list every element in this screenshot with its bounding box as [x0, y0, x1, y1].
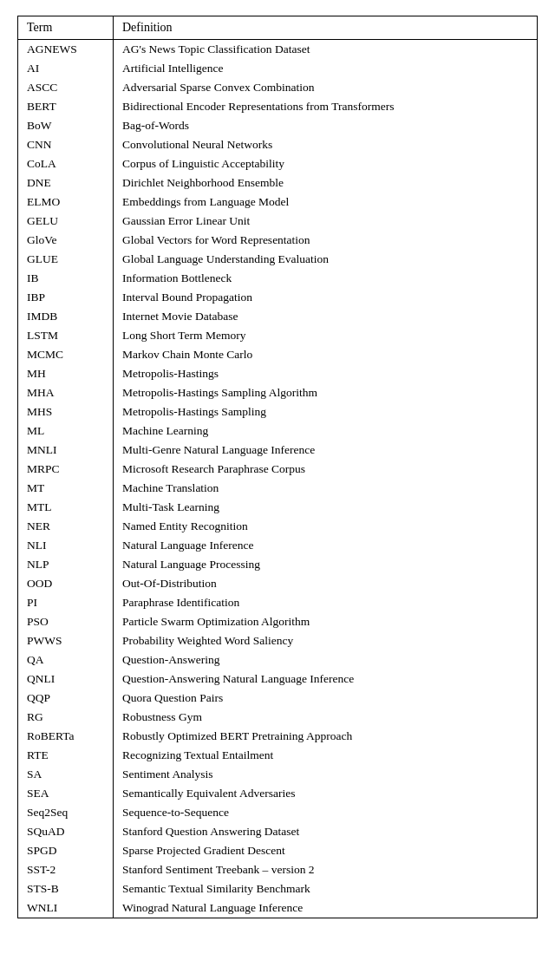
term-cell: NLP [18, 555, 114, 574]
definition-cell: Internet Movie Database [114, 307, 538, 326]
definition-cell: Gaussian Error Linear Unit [114, 212, 538, 231]
definition-cell: Recognizing Textual Entailment [114, 746, 538, 765]
term-cell: GELU [18, 212, 114, 231]
table-row: MCMCMarkov Chain Monte Carlo [18, 345, 538, 364]
table-row: PIParaphrase Identification [18, 593, 538, 612]
definition-cell: Question-Answering [114, 650, 538, 670]
term-cell: GloVe [18, 231, 114, 250]
term-column-header: Term [18, 16, 114, 40]
table-row: OODOut-Of-Distribution [18, 574, 538, 593]
term-cell: NLI [18, 536, 114, 555]
table-header-row: Term Definition [18, 16, 538, 40]
table-row: GLUEGlobal Language Understanding Evalua… [18, 250, 538, 269]
definition-cell: Robustness Gym [114, 708, 538, 727]
table-row: PWWSProbability Weighted Word Saliency [18, 631, 538, 650]
table-row: WNLIWinograd Natural Language Inference [18, 898, 538, 918]
definition-cell: Question-Answering Natural Language Infe… [114, 670, 538, 689]
definition-cell: Semantic Textual Similarity Benchmark [114, 879, 538, 898]
table-row: MTLMulti-Task Learning [18, 498, 538, 517]
table-row: RGRobustness Gym [18, 708, 538, 727]
table-row: SEASemantically Equivalent Adversaries [18, 784, 538, 803]
term-cell: SA [18, 765, 114, 784]
table-row: GloVeGlobal Vectors for Word Representat… [18, 231, 538, 250]
definition-cell: Out-Of-Distribution [114, 574, 538, 593]
table-row: MHSMetropolis-Hastings Sampling [18, 402, 538, 421]
term-cell: SQuAD [18, 822, 114, 841]
table-row: IBPInterval Bound Propagation [18, 288, 538, 307]
definition-cell: Sparse Projected Gradient Descent [114, 841, 538, 860]
definition-cell: Winograd Natural Language Inference [114, 898, 538, 918]
term-cell: QQP [18, 689, 114, 708]
term-cell: MHA [18, 383, 114, 402]
table-row: LSTMLong Short Term Memory [18, 326, 538, 345]
term-cell: IMDB [18, 307, 114, 326]
definition-cell: Global Language Understanding Evaluation [114, 250, 538, 269]
term-cell: ML [18, 421, 114, 441]
definition-cell: Machine Translation [114, 479, 538, 498]
definition-cell: Markov Chain Monte Carlo [114, 345, 538, 364]
table-row: BERTBidirectional Encoder Representation… [18, 97, 538, 116]
definition-cell: Microsoft Research Paraphrase Corpus [114, 460, 538, 479]
term-cell: ELMO [18, 193, 114, 212]
term-cell: WNLI [18, 898, 114, 918]
definition-cell: Adversarial Sparse Convex Combination [114, 78, 538, 97]
definition-cell: Information Bottleneck [114, 269, 538, 288]
term-cell: PI [18, 593, 114, 612]
term-cell: MRPC [18, 460, 114, 479]
table-row: MLMachine Learning [18, 421, 538, 441]
table-row: STS-BSemantic Textual Similarity Benchma… [18, 879, 538, 898]
definition-cell: Sequence-to-Sequence [114, 803, 538, 822]
term-cell: MCMC [18, 345, 114, 364]
term-cell: IB [18, 269, 114, 288]
definition-cell: Natural Language Processing [114, 555, 538, 574]
definition-cell: Probability Weighted Word Saliency [114, 631, 538, 650]
definition-cell: Quora Question Pairs [114, 689, 538, 708]
term-cell: CNN [18, 135, 114, 154]
term-cell: GLUE [18, 250, 114, 269]
table-row: MRPCMicrosoft Research Paraphrase Corpus [18, 460, 538, 479]
term-cell: RoBERTa [18, 727, 114, 746]
table-row: ELMOEmbeddings from Language Model [18, 193, 538, 212]
definition-cell: Multi-Genre Natural Language Inference [114, 441, 538, 460]
definition-cell: Stanford Sentiment Treebank – version 2 [114, 860, 538, 879]
table-row: CoLACorpus of Linguistic Acceptability [18, 154, 538, 173]
definition-cell: Particle Swarm Optimization Algorithm [114, 612, 538, 631]
term-cell: PWWS [18, 631, 114, 650]
term-cell: STS-B [18, 879, 114, 898]
table-row: NLINatural Language Inference [18, 536, 538, 555]
term-cell: CoLA [18, 154, 114, 173]
term-cell: QA [18, 650, 114, 670]
table-row: MHMetropolis-Hastings [18, 364, 538, 383]
term-cell: Seq2Seq [18, 803, 114, 822]
table-row: Seq2SeqSequence-to-Sequence [18, 803, 538, 822]
table-row: IMDBInternet Movie Database [18, 307, 538, 326]
table-row: RoBERTaRobustly Optimized BERT Pretraini… [18, 727, 538, 746]
term-cell: AI [18, 59, 114, 78]
table-row: PSOParticle Swarm Optimization Algorithm [18, 612, 538, 631]
term-cell: IBP [18, 288, 114, 307]
table-row: ASCCAdversarial Sparse Convex Combinatio… [18, 78, 538, 97]
term-cell: AGNEWS [18, 40, 114, 60]
table-row: SQuADStanford Question Answering Dataset [18, 822, 538, 841]
term-cell: MH [18, 364, 114, 383]
term-cell: DNE [18, 173, 114, 193]
table-row: RTERecognizing Textual Entailment [18, 746, 538, 765]
definition-cell: Artificial Intelligence [114, 59, 538, 78]
term-cell: LSTM [18, 326, 114, 345]
definition-cell: Bag-of-Words [114, 116, 538, 135]
table-row: MTMachine Translation [18, 479, 538, 498]
table-row: QNLIQuestion-Answering Natural Language … [18, 670, 538, 689]
glossary-table: Term Definition AGNEWSAG's News Topic Cl… [17, 16, 538, 918]
term-cell: SEA [18, 784, 114, 803]
definition-cell: Convolutional Neural Networks [114, 135, 538, 154]
term-cell: RTE [18, 746, 114, 765]
table-row: AGNEWSAG's News Topic Classification Dat… [18, 40, 538, 60]
table-row: AIArtificial Intelligence [18, 59, 538, 78]
table-row: CNNConvolutional Neural Networks [18, 135, 538, 154]
definition-cell: Dirichlet Neighborhood Ensemble [114, 173, 538, 193]
definition-cell: Multi-Task Learning [114, 498, 538, 517]
definition-column-header: Definition [114, 16, 538, 40]
term-cell: MTL [18, 498, 114, 517]
definition-cell: Global Vectors for Word Representation [114, 231, 538, 250]
term-cell: BoW [18, 116, 114, 135]
